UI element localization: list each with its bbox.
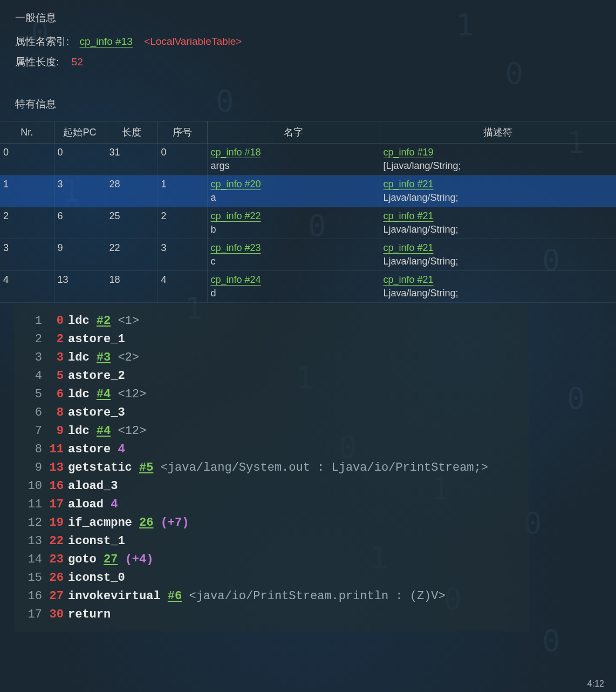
name-value: c (211, 256, 377, 267)
cp-link[interactable]: cp_info #23 (211, 242, 377, 254)
cp-link[interactable]: cp_info #21 (384, 211, 613, 222)
col-header-length[interactable]: 长度 (106, 121, 158, 144)
cp-link[interactable]: cp_info #24 (211, 274, 377, 286)
line-number: 6 (24, 404, 42, 422)
cp-ref[interactable]: #6 (168, 589, 182, 603)
bytecode-line[interactable]: 68astore_3 (24, 404, 519, 422)
opcode: aload_3 (68, 479, 118, 493)
table-row[interactable]: 413184cp_info #24dcp_info #21Ljava/lang/… (0, 271, 616, 303)
operand: 4 (111, 498, 118, 511)
cp-ref[interactable]: #4 (97, 388, 111, 401)
cp-ref[interactable]: #3 (97, 351, 111, 364)
opcode: invokevirtual (68, 589, 161, 603)
descriptor-value: Ljava/lang/String; (384, 192, 613, 203)
line-number: 17 (24, 606, 42, 624)
comment: <2> (118, 351, 139, 364)
cp-ref[interactable]: #5 (139, 461, 153, 474)
attr-length-label: 属性长度: (15, 56, 59, 67)
line-number: 15 (24, 569, 42, 587)
bytecode-line[interactable]: 33ldc #3 <2> (24, 349, 519, 367)
col-header-index[interactable]: 序号 (158, 121, 207, 144)
opcode: return (68, 608, 111, 621)
bytecode-line[interactable]: 22astore_1 (24, 330, 519, 349)
col-header-name[interactable]: 名字 (207, 121, 380, 144)
opcode: iconst_0 (68, 571, 125, 585)
status-position: 4:12 (576, 676, 616, 692)
pc-offset: 3 (47, 349, 64, 367)
table-row[interactable]: 39223cp_info #23ccp_info #21Ljava/lang/S… (0, 239, 616, 271)
cp-link[interactable]: cp_info #21 (384, 274, 613, 286)
bytecode-panel[interactable]: 10ldc #2 <1>22astore_133ldc #3 <2>45asto… (14, 304, 529, 632)
operand: (+7) (161, 516, 189, 530)
name-value: d (211, 288, 377, 299)
bytecode-line[interactable]: 1322iconst_1 (24, 532, 519, 551)
cp-link[interactable]: cp_info #18 (211, 147, 377, 158)
comment: <12> (118, 424, 146, 438)
specific-info-title: 特有信息 (15, 97, 601, 111)
opcode: ldc (68, 314, 90, 328)
bytecode-line[interactable]: 1526iconst_0 (24, 569, 519, 587)
line-number: 10 (24, 477, 42, 496)
cp-link[interactable]: cp_info #19 (384, 147, 613, 158)
attr-name-tag: <LocalVariableTable> (144, 36, 242, 47)
opcode: getstatic (68, 461, 132, 474)
line-number: 3 (24, 349, 42, 367)
cp-ref[interactable]: #4 (97, 424, 111, 438)
descriptor-value: Ljava/lang/String; (384, 224, 613, 235)
opcode: aload (68, 498, 104, 511)
opcode: astore_2 (68, 369, 125, 383)
bytecode-line[interactable]: 79ldc #4 <12> (24, 422, 519, 440)
opcode: astore (68, 443, 111, 456)
opcode: ldc (68, 424, 90, 438)
attr-name-index-link[interactable]: cp_info #13 (80, 36, 133, 47)
cp-link[interactable]: cp_info #22 (211, 211, 377, 222)
line-number: 8 (24, 440, 42, 459)
bytecode-line[interactable]: 45astore_2 (24, 367, 519, 385)
cp-link[interactable]: cp_info #20 (211, 179, 377, 190)
cp-ref[interactable]: #2 (97, 314, 111, 328)
line-number: 13 (24, 532, 42, 551)
opcode: goto (68, 553, 97, 566)
bytecode-line[interactable]: 1016aload_3 (24, 477, 519, 496)
cp-ref[interactable]: 26 (139, 516, 153, 530)
table-row[interactable]: 13281cp_info #20acp_info #21Ljava/lang/S… (0, 175, 616, 207)
line-number: 1 (24, 312, 42, 330)
pc-offset: 6 (47, 385, 64, 404)
col-header-startpc[interactable]: 起始PC (54, 121, 106, 144)
bytecode-line[interactable]: 1219if_acmpne 26 (+7) (24, 514, 519, 532)
pc-offset: 11 (47, 440, 64, 459)
table-row[interactable]: 00310cp_info #18argscp_info #19[Ljava/la… (0, 144, 616, 175)
pc-offset: 13 (47, 459, 64, 477)
bytecode-line[interactable]: 56ldc #4 <12> (24, 385, 519, 404)
opcode: astore_1 (68, 333, 125, 346)
bytecode-line[interactable]: 1117aload 4 (24, 496, 519, 514)
bytecode-line[interactable]: 1423goto 27 (+4) (24, 551, 519, 569)
opcode: ldc (68, 351, 90, 364)
pc-offset: 8 (47, 404, 64, 422)
table-header-row: Nr. 起始PC 长度 序号 名字 描述符 (0, 121, 616, 144)
cp-link[interactable]: cp_info #21 (384, 179, 613, 190)
bytecode-line[interactable]: 1627invokevirtual #6 <java/io/PrintStrea… (24, 587, 519, 606)
pc-offset: 26 (47, 569, 64, 587)
cp-ref[interactable]: 27 (104, 553, 118, 566)
descriptor-value: Ljava/lang/String; (384, 256, 613, 267)
comment: <java/io/PrintStream.println : (Z)V> (189, 589, 445, 603)
attr-name-index-label: 属性名索引: (15, 36, 69, 47)
bytecode-line[interactable]: 1730return (24, 606, 519, 624)
col-header-descriptor[interactable]: 描述符 (380, 121, 616, 144)
bytecode-line[interactable]: 811astore 4 (24, 440, 519, 459)
table-row[interactable]: 26252cp_info #22bcp_info #21Ljava/lang/S… (0, 207, 616, 239)
bytecode-line[interactable]: 10ldc #2 <1> (24, 312, 519, 330)
cp-link[interactable]: cp_info #21 (384, 242, 613, 254)
pc-offset: 16 (47, 477, 64, 496)
comment: <java/lang/System.out : Ljava/io/PrintSt… (161, 461, 488, 474)
attr-name-index-row: 属性名索引: cp_info #13 <LocalVariableTable> (15, 35, 601, 49)
col-header-nr[interactable]: Nr. (0, 121, 54, 144)
attr-length-row: 属性长度: 52 (15, 55, 601, 69)
pc-offset: 27 (47, 587, 64, 606)
pc-offset: 30 (47, 606, 64, 624)
bytecode-line[interactable]: 913getstatic #5 <java/lang/System.out : … (24, 459, 519, 477)
pc-offset: 5 (47, 367, 64, 385)
opcode: iconst_1 (68, 534, 125, 548)
pc-offset: 2 (47, 330, 64, 349)
